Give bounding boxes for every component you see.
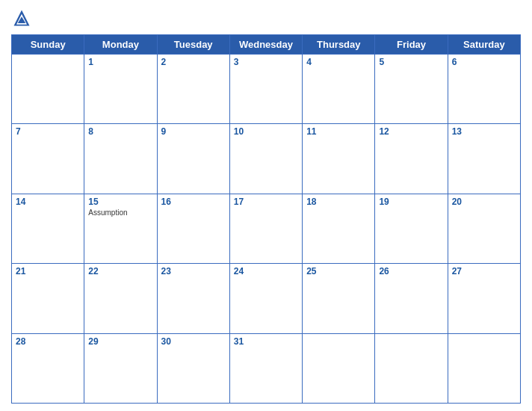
day-number: 2 xyxy=(161,57,226,67)
calendar-cell: 10 xyxy=(229,124,302,194)
day-number: 9 xyxy=(161,126,226,137)
event-label: Assumption xyxy=(88,208,152,217)
day-number: 7 xyxy=(16,126,80,137)
calendar-cell: 2 xyxy=(157,55,229,124)
day-number: 16 xyxy=(161,197,226,207)
calendar-cell: 14 xyxy=(12,194,84,263)
week-row-1: 123456 xyxy=(12,55,521,124)
calendar-cell: 4 xyxy=(303,55,375,124)
day-number: 1 xyxy=(88,57,152,67)
week-row-5: 28293031 xyxy=(12,333,521,403)
calendar-cell: 13 xyxy=(448,124,520,194)
calendar-cell: 26 xyxy=(375,264,448,333)
calendar-cell: 15Assumption xyxy=(84,194,157,263)
calendar-cell: 25 xyxy=(303,264,375,333)
day-number: 5 xyxy=(379,57,443,67)
logo xyxy=(11,7,35,28)
week-row-2: 78910111213 xyxy=(12,124,521,194)
calendar-cell xyxy=(448,333,520,403)
day-header-sunday: Sunday xyxy=(12,35,84,55)
calendar-cell: 30 xyxy=(157,333,229,403)
day-number: 30 xyxy=(161,336,226,347)
day-number: 15 xyxy=(88,197,152,207)
calendar-cell: 22 xyxy=(84,264,157,333)
week-row-3: 1415Assumption1617181920 xyxy=(12,194,521,263)
day-header-tuesday: Tuesday xyxy=(157,35,229,55)
calendar-cell xyxy=(12,55,84,124)
day-number: 17 xyxy=(234,197,298,207)
calendar-cell: 3 xyxy=(229,55,302,124)
day-number: 26 xyxy=(379,266,443,276)
day-number: 18 xyxy=(306,197,371,207)
calendar-cell: 19 xyxy=(375,194,448,263)
day-number: 13 xyxy=(452,126,516,137)
calendar-cell: 17 xyxy=(229,194,302,263)
calendar-cell: 27 xyxy=(448,264,520,333)
day-header-friday: Friday xyxy=(375,35,448,55)
day-number: 4 xyxy=(306,57,371,67)
calendar-table: SundayMondayTuesdayWednesdayThursdayFrid… xyxy=(11,34,521,404)
calendar-cell: 31 xyxy=(229,333,302,403)
day-number: 14 xyxy=(16,197,80,207)
calendar-page: SundayMondayTuesdayWednesdayThursdayFrid… xyxy=(0,0,532,411)
day-number: 10 xyxy=(234,126,298,137)
days-header-row: SundayMondayTuesdayWednesdayThursdayFrid… xyxy=(12,35,521,55)
day-number: 12 xyxy=(379,126,443,137)
calendar-cell: 18 xyxy=(303,194,375,263)
calendar-cell: 6 xyxy=(448,55,520,124)
day-header-thursday: Thursday xyxy=(303,35,375,55)
day-number: 28 xyxy=(16,336,80,347)
calendar-cell xyxy=(303,333,375,403)
day-number: 6 xyxy=(452,57,516,67)
calendar-cell: 12 xyxy=(375,124,448,194)
day-number: 11 xyxy=(306,126,371,137)
day-number: 3 xyxy=(234,57,298,67)
day-number: 21 xyxy=(16,266,80,276)
day-number: 24 xyxy=(234,266,298,276)
calendar-cell: 20 xyxy=(448,194,520,263)
week-row-4: 21222324252627 xyxy=(12,264,521,333)
day-number: 29 xyxy=(88,336,152,347)
day-number: 8 xyxy=(88,126,152,137)
day-number: 20 xyxy=(452,197,516,207)
calendar-cell: 24 xyxy=(229,264,302,333)
day-number: 31 xyxy=(234,336,298,347)
day-header-monday: Monday xyxy=(84,35,157,55)
calendar-cell: 5 xyxy=(375,55,448,124)
day-header-saturday: Saturday xyxy=(448,35,520,55)
day-number: 23 xyxy=(161,266,226,276)
day-number: 25 xyxy=(306,266,371,276)
calendar-cell: 23 xyxy=(157,264,229,333)
calendar-cell: 29 xyxy=(84,333,157,403)
day-number: 19 xyxy=(379,197,443,207)
generalblue-logo-icon xyxy=(11,7,32,28)
calendar-cell: 11 xyxy=(303,124,375,194)
calendar-cell: 1 xyxy=(84,55,157,124)
calendar-cell xyxy=(375,333,448,403)
calendar-cell: 28 xyxy=(12,333,84,403)
calendar-cell: 16 xyxy=(157,194,229,263)
calendar-cell: 7 xyxy=(12,124,84,194)
day-number: 22 xyxy=(88,266,152,276)
calendar-cell: 8 xyxy=(84,124,157,194)
calendar-cell: 9 xyxy=(157,124,229,194)
calendar-cell: 21 xyxy=(12,264,84,333)
day-number: 27 xyxy=(452,266,516,276)
page-header xyxy=(11,7,521,28)
day-header-wednesday: Wednesday xyxy=(229,35,302,55)
